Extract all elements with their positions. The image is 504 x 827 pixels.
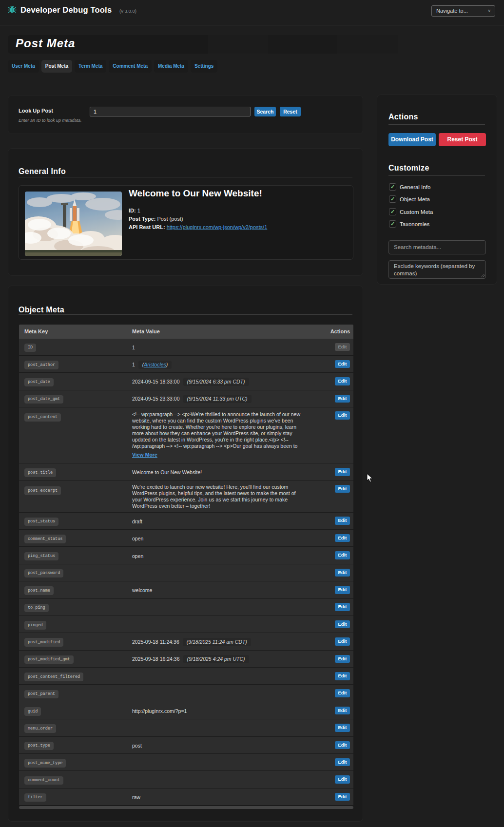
search-metadata-input[interactable]: Search metadata...	[388, 240, 486, 254]
meta-value-text: open	[132, 553, 143, 559]
general-info-panel: General Info	[8, 148, 363, 276]
meta-value-text: post	[132, 743, 142, 749]
edit-button[interactable]: Edit	[335, 377, 350, 385]
edit-button[interactable]: Edit	[335, 620, 350, 629]
tab-term-meta[interactable]: Term Meta	[75, 60, 106, 73]
meta-value-text: Welcome to Our New Website!	[132, 469, 202, 475]
edit-button[interactable]: Edit	[335, 569, 350, 577]
table-horizontal-scrollbar[interactable]	[19, 806, 353, 809]
view-more-link[interactable]: View More	[132, 452, 157, 458]
meta-value-text: raw	[132, 794, 140, 800]
meta-key-pill: menu_order	[24, 724, 56, 733]
lookup-label: Look Up Post	[19, 108, 53, 114]
edit-button[interactable]: Edit	[335, 485, 350, 493]
actions-divider	[388, 124, 485, 125]
checkbox-checked[interactable]: ✓	[389, 195, 396, 203]
checkbox-label: Custom Meta	[400, 209, 433, 215]
download-post-button[interactable]: Download Post	[388, 133, 436, 146]
local-time-note-pill: (9/15/2024 11:33 pm UTC)	[183, 395, 252, 403]
page-title: Post Meta	[16, 37, 75, 50]
sidebar-panel: Actions Download Post Reset Post Customi…	[377, 95, 497, 285]
edit-button[interactable]: Edit	[335, 758, 350, 767]
meta-value-text: open	[132, 536, 143, 541]
meta-row-post_date_gmt: post_date_gmt2024-09-15 23:33:00(9/15/20…	[19, 390, 353, 407]
meta-value-text: 2024-09-15 23:33:00	[132, 396, 180, 402]
edit-button[interactable]: Edit	[335, 411, 350, 420]
meta-key-pill: post_excerpt	[24, 486, 61, 495]
edit-button[interactable]: Edit	[335, 672, 350, 680]
bug-logo-icon	[7, 4, 18, 15]
meta-key-pill: filter	[24, 793, 46, 802]
edit-button[interactable]: Edit	[335, 360, 350, 368]
meta-key-pill: post_author	[24, 361, 58, 369]
edit-button[interactable]: Edit	[335, 603, 350, 611]
meta-row-filter: filterrawEdit	[19, 789, 353, 806]
edit-button[interactable]: Edit	[335, 655, 350, 663]
meta-value-text: We're excited to launch our new website!…	[132, 484, 304, 509]
edit-button[interactable]: Edit	[335, 534, 350, 542]
edit-button[interactable]: Edit	[335, 775, 350, 784]
meta-value-text: 2025-09-18 11:24:36	[132, 639, 179, 645]
meta-value-text: draft	[132, 519, 142, 524]
app-version: (v 3.0.0)	[119, 8, 136, 14]
checkbox-checked[interactable]: ✓	[389, 183, 396, 191]
reset-button[interactable]: Reset	[280, 107, 301, 116]
checkbox-label: General Info	[400, 184, 430, 190]
edit-button[interactable]: Edit	[335, 724, 350, 732]
edit-button[interactable]: Edit	[335, 741, 350, 750]
meta-row-comment_status: comment_statusopenEdit	[19, 530, 353, 547]
exclude-keywords-textarea[interactable]: Exclude keywords (separated by commas)	[388, 260, 486, 279]
customize-divider	[388, 175, 485, 176]
edit-button[interactable]: Edit	[335, 586, 350, 594]
meta-row-post_content_filtered: post_content_filteredEdit	[19, 668, 353, 685]
post-title: Welcome to Our New Website!	[129, 188, 262, 199]
meta-row-comment_count: comment_countEdit	[19, 771, 353, 788]
meta-row-post_parent: post_parentEdit	[19, 685, 353, 702]
reset-post-button[interactable]: Reset Post	[439, 133, 486, 146]
search-button[interactable]: Search	[254, 107, 276, 116]
tab-comment-meta[interactable]: Comment Meta	[109, 60, 152, 73]
local-time-note-pill: (9/18/2025 11:24 am CDT)	[183, 638, 251, 646]
page-title-band: Post Meta	[8, 35, 398, 54]
checkbox-checked[interactable]: ✓	[389, 220, 396, 228]
edit-button[interactable]: Edit	[335, 793, 350, 801]
meta-row-to_ping: to_pingEdit	[19, 599, 353, 616]
edit-button[interactable]: Edit	[335, 395, 350, 403]
meta-key-pill: post_modified_gmt	[24, 655, 74, 664]
edit-button[interactable]: Edit	[335, 707, 350, 715]
author-link[interactable]: Aristocles	[144, 362, 166, 367]
meta-key-pill: guid	[24, 707, 41, 716]
object-meta-panel: Object Meta Meta Key Meta Value Actions …	[8, 286, 363, 822]
edit-button[interactable]: Edit	[335, 551, 350, 559]
meta-key-pill: post_content	[24, 413, 61, 422]
meta-value-text: <!-- wp:paragraph --> <p>We're thrilled …	[132, 411, 304, 449]
edit-button[interactable]: Edit	[335, 637, 350, 646]
meta-row-post_name: post_namewelcomeEdit	[19, 581, 353, 598]
edit-button[interactable]: Edit	[335, 689, 350, 697]
edit-button[interactable]: Edit	[335, 517, 350, 525]
meta-key-pill: post_password	[24, 569, 63, 578]
edit-button[interactable]: Edit	[335, 468, 350, 476]
api-rest-url-link[interactable]: https://pluginrx.com/wp-json/wp/v2/posts…	[167, 224, 268, 230]
post-id-input[interactable]: 1	[90, 107, 251, 116]
tab-user-meta[interactable]: User Meta	[8, 60, 39, 73]
chevron-down-icon: ∨	[487, 6, 491, 16]
general-info-heading: General Info	[19, 167, 66, 176]
column-header-meta-value: Meta Value	[132, 328, 301, 334]
meta-row-pinged: pingedEdit	[19, 616, 353, 633]
meta-key-pill: ID	[24, 344, 36, 352]
local-time-note-pill: (9/18/2025 4:24 pm UTC)	[183, 655, 249, 663]
object-meta-divider	[19, 314, 352, 315]
meta-key-pill: post_modified	[24, 638, 63, 647]
tab-media-meta[interactable]: Media Meta	[154, 60, 188, 73]
tab-post-meta[interactable]: Post Meta	[41, 60, 72, 73]
navigate-to-select[interactable]: Navigate to... ∨	[431, 5, 495, 17]
meta-value-text: 2025-09-18 16:24:36	[132, 656, 180, 662]
meta-key-pill: pinged	[24, 621, 46, 630]
meta-key-pill: to_ping	[24, 604, 49, 613]
meta-row-post_excerpt: post_excerptWe're excited to launch our …	[19, 481, 353, 513]
textarea-resize-grip[interactable]	[481, 274, 485, 277]
table-header-row: Meta Key Meta Value Actions	[19, 325, 353, 339]
checkbox-checked[interactable]: ✓	[389, 208, 396, 215]
tab-settings[interactable]: Settings	[191, 60, 217, 73]
